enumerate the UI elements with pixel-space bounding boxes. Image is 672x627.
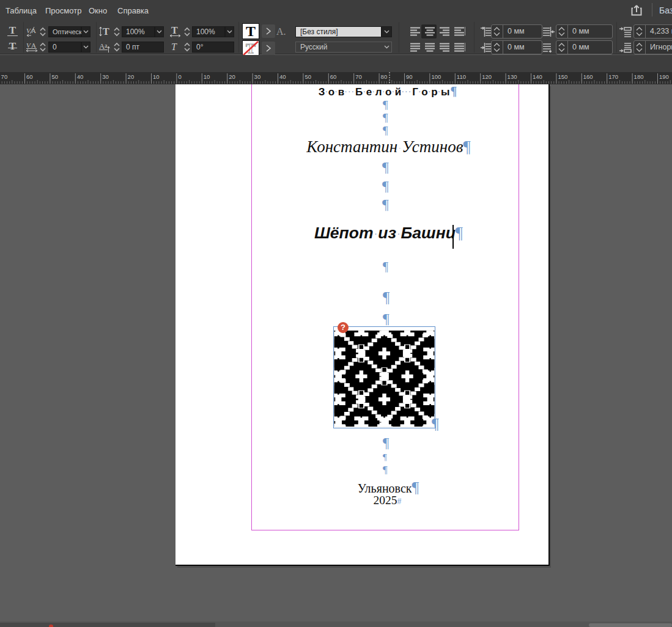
svg-text:20: 20: [128, 73, 135, 80]
svg-text:30: 30: [102, 73, 109, 80]
svg-text:120: 120: [482, 73, 492, 80]
svg-text:100: 100: [431, 73, 441, 80]
svg-text:T: T: [171, 42, 177, 52]
svg-text:150: 150: [558, 73, 567, 80]
svg-text:0: 0: [178, 73, 181, 80]
svg-text:90: 90: [406, 73, 413, 80]
svg-text:70: 70: [355, 73, 362, 80]
svg-text:180: 180: [634, 73, 644, 80]
svg-text:10: 10: [153, 73, 160, 80]
svg-text:20: 20: [229, 73, 235, 80]
svg-text:170: 170: [608, 73, 618, 80]
svg-text:a: a: [105, 42, 108, 49]
svg-text:T: T: [171, 26, 178, 35]
svg-text:140: 140: [533, 73, 542, 80]
svg-text:80: 80: [381, 73, 388, 80]
svg-text:130: 130: [508, 73, 517, 80]
svg-text:40: 40: [279, 73, 286, 80]
svg-text:60: 60: [330, 73, 337, 80]
svg-text:70: 70: [1, 73, 8, 80]
svg-text:60: 60: [26, 73, 33, 80]
svg-text:10: 10: [204, 73, 210, 80]
svg-text:40: 40: [77, 73, 84, 80]
svg-text:190: 190: [659, 73, 669, 80]
svg-text:50: 50: [51, 73, 58, 80]
svg-text:T: T: [103, 26, 109, 37]
svg-text:50: 50: [305, 73, 311, 80]
svg-text:30: 30: [254, 73, 261, 80]
svg-text:160: 160: [583, 73, 593, 80]
svg-text:V: V: [26, 42, 31, 49]
svg-text:A: A: [31, 42, 36, 49]
svg-text:110: 110: [457, 73, 466, 80]
